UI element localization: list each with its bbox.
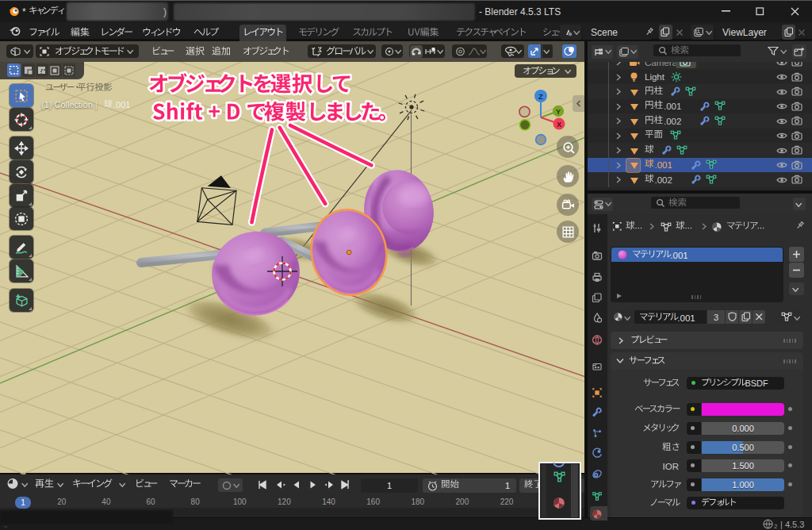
svg-text:Z: Z — [538, 92, 543, 101]
svg-text:X: X — [557, 121, 561, 129]
svg-text:Y: Y — [556, 108, 561, 116]
